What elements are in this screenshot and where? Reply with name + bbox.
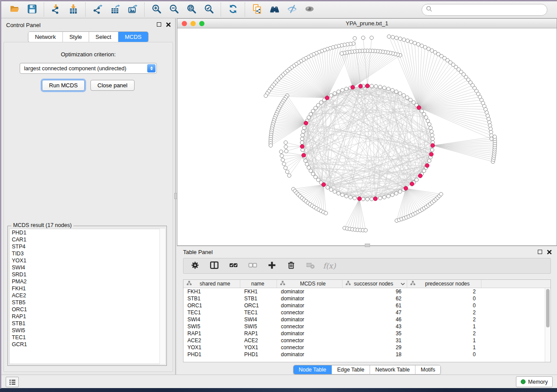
- tab-node-table[interactable]: Node Table: [294, 365, 332, 374]
- cell-name[interactable]: FKH1: [240, 288, 277, 295]
- close-panel-button[interactable]: Close panel: [90, 80, 135, 91]
- cell-name[interactable]: STB1: [240, 295, 277, 302]
- ring-node[interactable]: [333, 92, 336, 95]
- cell-shared_name[interactable]: SWI5: [183, 323, 240, 330]
- cell-mcds_role[interactable]: dominator: [277, 302, 343, 309]
- leaf-node[interactable]: [285, 170, 289, 173]
- leaf-node[interactable]: [340, 52, 343, 55]
- column-header-name[interactable]: name: [240, 280, 277, 288]
- ring-node[interactable]: [424, 116, 428, 119]
- cell-name[interactable]: RAP1: [240, 330, 277, 337]
- result-item[interactable]: SWI5: [10, 327, 165, 334]
- cell-shared_name[interactable]: FKH1: [183, 288, 240, 295]
- leaf-node[interactable]: [284, 145, 287, 148]
- task-history-button[interactable]: [6, 377, 19, 387]
- tab-style[interactable]: Style: [63, 32, 89, 42]
- cell-predecessor_nodes[interactable]: 2: [407, 309, 481, 316]
- result-item[interactable]: FKH1: [10, 285, 165, 292]
- ring-node[interactable]: [383, 196, 386, 199]
- ring-node[interactable]: [415, 178, 418, 182]
- result-item[interactable]: PMA2: [10, 278, 165, 285]
- cell-shared_name[interactable]: TEC1: [183, 309, 240, 316]
- cell-shared_name[interactable]: ACE2: [183, 337, 240, 344]
- deselect-all-button[interactable]: [247, 261, 258, 271]
- ring-node[interactable]: [383, 86, 386, 89]
- leaf-node[interactable]: [398, 37, 402, 41]
- zoom-in-button[interactable]: [148, 2, 165, 17]
- ring-node[interactable]: [337, 192, 340, 195]
- result-item[interactable]: STB1: [10, 320, 165, 327]
- leaf-node[interactable]: [284, 166, 287, 169]
- optimization-criterion-select[interactable]: largest connected component (undirected): [20, 63, 157, 74]
- binoculars-button[interactable]: [266, 2, 283, 17]
- cell-successor_nodes[interactable]: 43: [343, 323, 407, 330]
- result-item[interactable]: ACE2: [10, 292, 165, 299]
- cell-mcds_role[interactable]: dominator: [277, 316, 343, 323]
- export-network-button[interactable]: [89, 2, 106, 17]
- ring-node[interactable]: [316, 103, 320, 107]
- result-item[interactable]: SWI4: [10, 264, 165, 271]
- cell-mcds_role[interactable]: connector: [277, 344, 343, 351]
- ring-node[interactable]: [305, 162, 309, 166]
- leaf-node[interactable]: [284, 149, 288, 153]
- ring-node[interactable]: [370, 197, 374, 201]
- leaf-node[interactable]: [387, 35, 391, 38]
- cell-shared_name[interactable]: RAP1: [183, 330, 240, 337]
- mcds-node[interactable]: [304, 121, 308, 125]
- float-panel-icon[interactable]: [538, 250, 542, 254]
- leaf-node[interactable]: [420, 44, 423, 48]
- column-header-MCDS-role[interactable]: MCDS role: [277, 280, 343, 288]
- result-item[interactable]: YOX1: [10, 257, 165, 264]
- ring-node[interactable]: [374, 85, 377, 88]
- cell-successor_nodes[interactable]: 31: [343, 337, 407, 344]
- hide-selected-button[interactable]: [283, 2, 301, 17]
- leaf-node[interactable]: [490, 134, 493, 137]
- leaf-node[interactable]: [370, 36, 373, 39]
- ring-node[interactable]: [370, 84, 374, 88]
- result-item[interactable]: SRD1: [10, 271, 165, 278]
- result-item[interactable]: TID3: [10, 250, 165, 257]
- leaf-node[interactable]: [402, 38, 405, 41]
- cell-shared_name[interactable]: PHD1: [183, 351, 240, 358]
- ring-node[interactable]: [430, 148, 434, 151]
- ring-node[interactable]: [309, 169, 312, 172]
- cell-predecessor_nodes[interactable]: 0: [407, 351, 481, 358]
- mcds-node[interactable]: [431, 144, 435, 148]
- search-field[interactable]: [422, 4, 547, 16]
- ring-node[interactable]: [408, 98, 412, 102]
- ring-node[interactable]: [301, 130, 305, 133]
- leaf-node[interactable]: [409, 40, 413, 44]
- mcds-node[interactable]: [425, 164, 429, 168]
- cell-predecessor_nodes[interactable]: 0: [407, 302, 481, 309]
- table-row[interactable]: RAP1RAP1dominator352: [183, 330, 545, 337]
- result-item[interactable]: RAP1: [10, 313, 165, 320]
- ring-node[interactable]: [349, 196, 352, 199]
- ring-node[interactable]: [311, 109, 315, 113]
- cell-name[interactable]: ACE2: [240, 337, 277, 344]
- cell-predecessor_nodes[interactable]: 2: [407, 288, 481, 295]
- ring-node[interactable]: [428, 123, 431, 126]
- table-row[interactable]: ORC1ORC1dominator610: [183, 302, 545, 309]
- scrollbar-thumb[interactable]: [546, 289, 550, 327]
- tab-select[interactable]: Select: [89, 32, 118, 42]
- table-row[interactable]: ACE2ACE2connector311: [183, 337, 545, 344]
- ring-node[interactable]: [300, 137, 304, 141]
- cell-name[interactable]: SWI4: [240, 316, 277, 323]
- ring-node[interactable]: [301, 133, 304, 137]
- cell-shared_name[interactable]: ORC1: [183, 302, 240, 309]
- ring-node[interactable]: [337, 90, 340, 93]
- show-all-button[interactable]: [301, 2, 318, 17]
- tab-edge-table[interactable]: Edge Table: [332, 365, 370, 374]
- cell-mcds_role[interactable]: dominator: [277, 330, 343, 337]
- cell-successor_nodes[interactable]: 96: [343, 288, 407, 295]
- ring-node[interactable]: [311, 172, 315, 175]
- mcds-node[interactable]: [404, 186, 408, 190]
- float-panel-icon[interactable]: [157, 22, 161, 27]
- ring-node[interactable]: [426, 119, 429, 123]
- result-item[interactable]: CAR1: [10, 236, 165, 243]
- cell-mcds_role[interactable]: connector: [277, 309, 343, 316]
- column-header-predecessor-nodes[interactable]: predecessor nodes: [407, 280, 481, 288]
- leaf-node[interactable]: [439, 193, 443, 196]
- table-row[interactable]: PHD1PHD1dominator180: [183, 351, 545, 358]
- mcds-result-scrollbar[interactable]: [159, 229, 165, 364]
